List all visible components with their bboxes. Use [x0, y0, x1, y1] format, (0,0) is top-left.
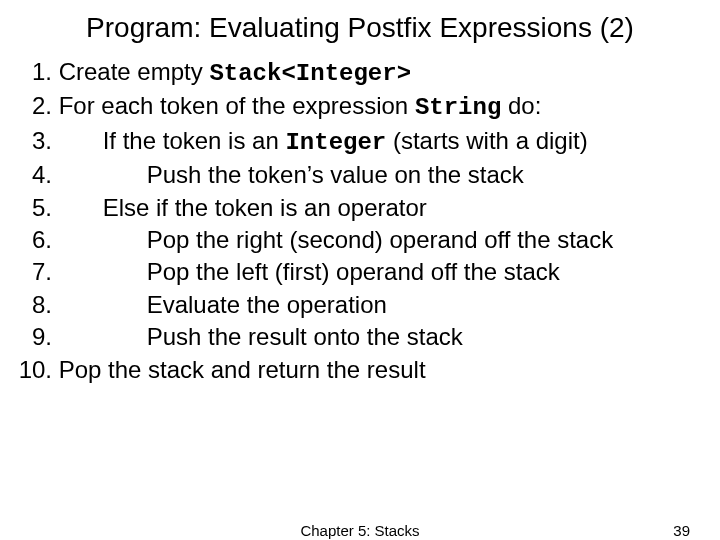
code-token: Stack<Integer> — [209, 60, 411, 87]
line-number: 5. — [18, 192, 52, 224]
algo-line-3: 3. If the token is an Integer (starts wi… — [18, 125, 702, 159]
line-text: (starts with a digit) — [386, 127, 587, 154]
algo-line-9: 9. Push the result onto the stack — [18, 321, 702, 353]
line-text: Pop the stack and return the result — [52, 356, 426, 383]
line-text: do: — [501, 92, 541, 119]
line-number: 10. — [18, 354, 52, 386]
line-number: 6. — [18, 224, 52, 256]
line-text: Else if the token is an operator — [59, 194, 427, 221]
line-text: For each token of the expression — [52, 92, 415, 119]
line-text: Evaluate the operation — [59, 291, 387, 318]
slide: Program: Evaluating Postfix Expressions … — [0, 0, 720, 540]
algo-line-2: 2. For each token of the expression Stri… — [18, 90, 702, 124]
line-number: 1. — [18, 56, 52, 88]
algo-line-5: 5. Else if the token is an operator — [18, 192, 702, 224]
footer-page-number: 39 — [673, 522, 690, 539]
algo-line-10: 10. Pop the stack and return the result — [18, 354, 702, 386]
line-number: 4. — [18, 159, 52, 191]
line-number: 2. — [18, 90, 52, 122]
line-number: 9. — [18, 321, 52, 353]
line-number: 3. — [18, 125, 52, 157]
algo-line-8: 8. Evaluate the operation — [18, 289, 702, 321]
algo-line-6: 6. Pop the right (second) operand off th… — [18, 224, 702, 256]
line-text: Pop the right (second) operand off the s… — [59, 226, 614, 253]
slide-title: Program: Evaluating Postfix Expressions … — [20, 12, 700, 44]
line-text: If the token is an — [103, 127, 286, 154]
code-token: Integer — [285, 129, 386, 156]
line-indent: If the token is an Integer (starts with … — [59, 127, 588, 154]
line-text: Pop the left (first) operand off the sta… — [59, 258, 560, 285]
line-text: Push the result onto the stack — [59, 323, 463, 350]
slide-body: 1. Create empty Stack<Integer> 2. For ea… — [0, 56, 720, 386]
code-token: String — [415, 94, 501, 121]
line-text: Push the token’s value on the stack — [59, 161, 524, 188]
line-number: 7. — [18, 256, 52, 288]
algo-line-4: 4. Push the token’s value on the stack — [18, 159, 702, 191]
line-text: Create empty — [52, 58, 209, 85]
footer-chapter: Chapter 5: Stacks — [300, 522, 419, 539]
algo-line-1: 1. Create empty Stack<Integer> — [18, 56, 702, 90]
algo-line-7: 7. Pop the left (first) operand off the … — [18, 256, 702, 288]
line-number: 8. — [18, 289, 52, 321]
